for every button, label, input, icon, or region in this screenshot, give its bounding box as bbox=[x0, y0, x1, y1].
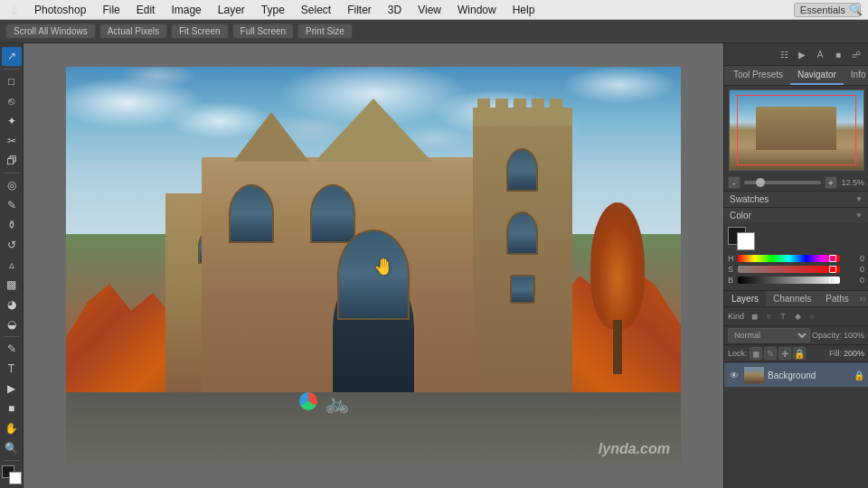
marquee-tool[interactable]: □ bbox=[2, 72, 22, 91]
brightness-label: B bbox=[728, 276, 735, 285]
quick-select-tool[interactable]: ✦ bbox=[2, 112, 22, 131]
path-select-tool[interactable]: ▶ bbox=[2, 380, 22, 399]
panel-icon-layers[interactable]: ☍ bbox=[848, 46, 864, 62]
menu-help[interactable]: Help bbox=[505, 2, 542, 18]
color-fg-bg-preview[interactable] bbox=[728, 227, 755, 250]
crop-tool[interactable]: ✂ bbox=[2, 131, 22, 150]
fit-screen-button[interactable]: Fit Screen bbox=[171, 23, 229, 39]
foreground-background-colors[interactable] bbox=[2, 465, 22, 484]
gradient-tool[interactable]: ▩ bbox=[2, 275, 22, 294]
clone-stamp-tool[interactable]: ⚱ bbox=[2, 216, 22, 235]
menu-edit[interactable]: Edit bbox=[129, 2, 163, 18]
brightness-value[interactable]: 0 bbox=[843, 276, 864, 285]
panel-icon-text[interactable]: A bbox=[812, 46, 828, 62]
blend-mode-row: Normal Opacity: 100% bbox=[724, 326, 868, 345]
menu-view[interactable]: View bbox=[410, 2, 448, 18]
move-tool[interactable]: ↗ bbox=[2, 47, 22, 66]
panel-icon-grid[interactable]: ☷ bbox=[776, 46, 792, 62]
panel-icon-arrow[interactable]: ▶ bbox=[794, 46, 810, 62]
swatches-title: Swatches ▼ bbox=[724, 192, 868, 207]
fill-value[interactable]: 200% bbox=[844, 349, 864, 358]
zoom-slider[interactable] bbox=[744, 181, 821, 184]
blend-mode-select[interactable]: Normal bbox=[728, 328, 810, 343]
shape-tool[interactable]: ■ bbox=[2, 399, 22, 418]
lock-row: Lock: ◼ ✎ ✚ 🔒 Fill: 200% bbox=[724, 345, 868, 362]
menu-layer[interactable]: Layer bbox=[211, 2, 252, 18]
brightness-handle bbox=[829, 277, 836, 284]
brightness-slider[interactable] bbox=[738, 277, 840, 284]
swatches-label: Swatches bbox=[730, 194, 769, 204]
menu-select[interactable]: Select bbox=[294, 2, 338, 18]
pen-tool[interactable]: ✎ bbox=[2, 340, 22, 359]
dodge-tool[interactable]: ◒ bbox=[2, 314, 22, 333]
filter-shape-icon[interactable]: ◆ bbox=[791, 310, 804, 323]
apple-icon[interactable]:  bbox=[7, 3, 22, 17]
lock-position-button[interactable]: ✚ bbox=[778, 347, 791, 360]
filter-type-icon[interactable]: T bbox=[777, 310, 789, 323]
lock-pixels-button[interactable]: ✎ bbox=[764, 347, 777, 360]
layers-tabs: Layers Channels Paths ›› bbox=[724, 291, 868, 307]
background-color-swatch[interactable] bbox=[737, 232, 755, 250]
tab-paths[interactable]: Paths bbox=[818, 291, 856, 306]
text-tool[interactable]: T bbox=[2, 360, 22, 379]
search-icon[interactable]: 🔍 bbox=[848, 3, 863, 17]
navigator-viewport-indicator bbox=[737, 95, 856, 165]
lock-transparent-button[interactable]: ◼ bbox=[750, 347, 762, 360]
swatches-collapse-icon[interactable]: ▼ bbox=[855, 195, 863, 203]
hand-tool[interactable]: ✋ bbox=[2, 418, 22, 437]
layer-lock-icon: 🔒 bbox=[854, 371, 864, 380]
blur-tool[interactable]: ◕ bbox=[2, 295, 22, 314]
full-screen-button[interactable]: Full Screen bbox=[232, 23, 295, 39]
panel-icon-buttons: ☷ ▶ A ■ ☍ bbox=[724, 43, 868, 66]
brightness-row: B 0 bbox=[728, 276, 864, 285]
menu-file[interactable]: File bbox=[95, 2, 127, 18]
eraser-tool[interactable]: ▵ bbox=[2, 256, 22, 275]
menu-filter[interactable]: Filter bbox=[340, 2, 379, 18]
healing-brush-tool[interactable]: ◎ bbox=[2, 176, 22, 195]
tab-navigator[interactable]: Navigator bbox=[790, 66, 844, 85]
zoom-out-button[interactable]: - bbox=[728, 176, 741, 189]
layer-visibility-toggle[interactable]: 👁 bbox=[728, 369, 741, 381]
tab-channels[interactable]: Channels bbox=[766, 291, 818, 306]
hue-value[interactable]: 0 bbox=[843, 254, 864, 263]
window-main-large bbox=[337, 230, 410, 320]
history-brush-tool[interactable]: ↺ bbox=[2, 236, 22, 255]
tab-layers[interactable]: Layers bbox=[724, 291, 766, 306]
menu-3d[interactable]: 3D bbox=[381, 2, 409, 18]
zoom-in-button[interactable]: + bbox=[825, 176, 837, 189]
tab-info[interactable]: Info bbox=[844, 66, 868, 85]
toolbar-separator-1 bbox=[4, 69, 20, 70]
menu-photoshop[interactable]: Photoshop bbox=[27, 2, 93, 18]
window-main-2 bbox=[310, 184, 355, 243]
filter-pixel-icon[interactable]: ◼ bbox=[748, 310, 760, 323]
brush-tool[interactable]: ✎ bbox=[2, 196, 22, 215]
actual-pixels-button[interactable]: Actual Pixels bbox=[99, 23, 167, 39]
layer-item-background[interactable]: 👁 Background 🔒 bbox=[724, 362, 868, 387]
filter-smart-icon[interactable]: ○ bbox=[806, 310, 818, 323]
saturation-value[interactable]: 0 bbox=[843, 265, 864, 274]
saturation-slider[interactable] bbox=[738, 266, 840, 273]
color-label: Color bbox=[730, 211, 751, 221]
panel-icon-color[interactable]: ■ bbox=[830, 46, 846, 62]
menu-type[interactable]: Type bbox=[254, 2, 292, 18]
opacity-value[interactable]: 100% bbox=[844, 331, 864, 340]
background-color[interactable] bbox=[9, 472, 22, 484]
layer-name: Background bbox=[768, 371, 851, 380]
lasso-tool[interactable]: ⎋ bbox=[2, 92, 22, 111]
hue-slider[interactable] bbox=[738, 255, 840, 262]
lock-all-button[interactable]: 🔒 bbox=[793, 347, 806, 360]
print-size-button[interactable]: Print Size bbox=[297, 23, 353, 39]
layers-options-button[interactable]: ›› bbox=[856, 292, 868, 305]
menu-window[interactable]: Window bbox=[450, 2, 504, 18]
filter-adjust-icon[interactable]: ▿ bbox=[762, 310, 775, 323]
color-collapse-icon[interactable]: ▼ bbox=[855, 211, 863, 220]
menu-image[interactable]: Image bbox=[164, 2, 208, 18]
hue-handle bbox=[829, 255, 836, 262]
eyedropper-tool[interactable]: 🗇 bbox=[2, 151, 22, 170]
main-area: ↗ □ ⎋ ✦ ✂ 🗇 ◎ ✎ ⚱ ↺ ▵ ▩ ◕ ◒ ✎ T ▶ ■ ✋ 🔍 bbox=[0, 43, 868, 488]
tree-canopy bbox=[590, 202, 645, 329]
scroll-all-windows-button[interactable]: Scroll All Windows bbox=[5, 23, 96, 39]
tab-tool-presets[interactable]: Tool Presets bbox=[726, 66, 790, 85]
zoom-tool[interactable]: 🔍 bbox=[2, 438, 22, 457]
navigator-tabs: Tool Presets Navigator Info ›› bbox=[724, 66, 868, 86]
